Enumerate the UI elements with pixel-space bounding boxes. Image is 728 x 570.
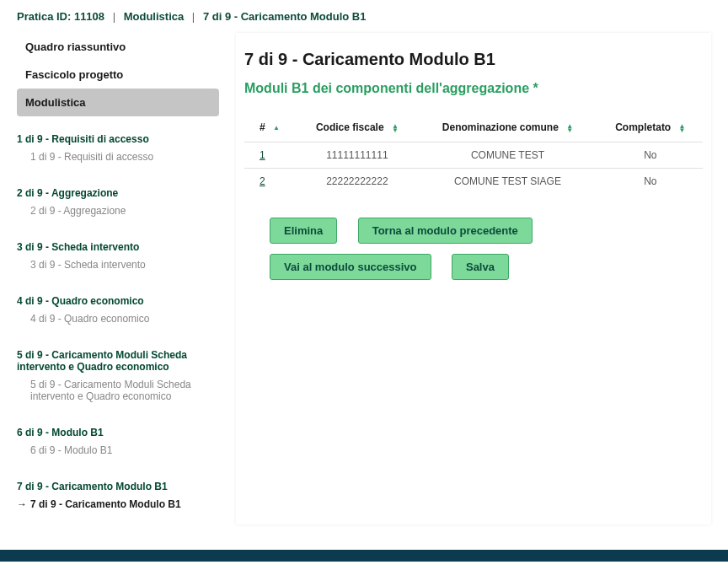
row-compl: No [598, 142, 703, 169]
sidebar-step-7[interactable]: 7 di 9 - Caricamento Modulo B1 [17, 474, 219, 494]
sidebar: Quadro riassuntivo Fascicolo progetto Mo… [17, 33, 219, 524]
table-row: 1 11111111111 COMUNE TEST No [244, 142, 703, 169]
sidebar-step-2[interactable]: 2 di 9 - Aggregazione [17, 180, 219, 201]
col-header-num[interactable]: # ▲▼ [244, 113, 297, 142]
sidebar-substep-5[interactable]: 5 di 9 - Caricamento Moduli Scheda inter… [17, 374, 219, 406]
row-link[interactable]: 2 [260, 175, 265, 187]
breadcrumb-pratica: Pratica ID: 11108 [17, 10, 104, 23]
breadcrumb-separator: | [192, 10, 195, 23]
row-denom: COMUNE TEST SIAGE [417, 169, 597, 195]
successivo-button[interactable]: Vai al modulo successivo [270, 254, 431, 280]
moduli-table: # ▲▼ Codice fiscale ▲▼ Denominazione com… [244, 113, 703, 194]
sidebar-substep-1[interactable]: 1 di 9 - Requisiti di accesso [17, 147, 219, 167]
page-title: 7 di 9 - Caricamento Modulo B1 [244, 50, 703, 69]
sidebar-substep-3[interactable]: 3 di 9 - Scheda intervento [17, 255, 219, 275]
col-header-denom[interactable]: Denominazione comune ▲▼ [417, 113, 597, 142]
col-header-cf[interactable]: Codice fiscale ▲▼ [297, 113, 418, 142]
sidebar-step-4[interactable]: 4 di 9 - Quadro economico [17, 288, 219, 309]
sidebar-step-5[interactable]: 5 di 9 - Caricamento Moduli Scheda inter… [17, 342, 219, 374]
sidebar-substep-4[interactable]: 4 di 9 - Quadro economico [17, 309, 219, 329]
main-panel: 7 di 9 - Caricamento Modulo B1 Moduli B1… [236, 33, 711, 524]
sidebar-substep-2[interactable]: 2 di 9 - Aggregazione [17, 201, 219, 221]
sort-icon: ▲▼ [392, 124, 399, 132]
salva-button[interactable]: Salva [452, 254, 509, 280]
row-compl: No [598, 169, 703, 195]
sidebar-step-6[interactable]: 6 di 9 - Modulo B1 [17, 420, 219, 440]
sort-icon: ▲▼ [679, 124, 686, 132]
sidebar-step-1[interactable]: 1 di 9 - Requisiti di accesso [17, 126, 219, 147]
sidebar-item-quadro[interactable]: Quadro riassuntivo [17, 33, 219, 61]
page-subtitle: Moduli B1 dei componenti dell'aggregazio… [244, 81, 703, 96]
precedente-button[interactable]: Torna al modulo precedente [358, 218, 533, 244]
button-bar: Elimina Torna al modulo precedente Vai a… [244, 218, 703, 280]
sort-icon: ▲▼ [566, 124, 573, 132]
breadcrumb: Pratica ID: 11108 | Modulistica | 7 di 9… [0, 0, 728, 33]
elimina-button[interactable]: Elimina [270, 218, 337, 244]
sidebar-substep-7[interactable]: 7 di 9 - Caricamento Modulo B1 [17, 494, 219, 514]
breadcrumb-modulistica[interactable]: Modulistica [124, 10, 185, 23]
row-cf: 22222222222 [297, 169, 418, 195]
breadcrumb-separator: | [113, 10, 115, 23]
breadcrumb-step: 7 di 9 - Caricamento Modulo B1 [203, 10, 367, 23]
sort-icon: ▲▼ [273, 126, 280, 130]
row-link[interactable]: 1 [260, 149, 265, 161]
footer-bar [0, 550, 728, 562]
sidebar-step-3[interactable]: 3 di 9 - Scheda intervento [17, 234, 219, 255]
row-cf: 11111111111 [297, 142, 418, 169]
sidebar-item-fascicolo[interactable]: Fascicolo progetto [17, 61, 219, 89]
table-row: 2 22222222222 COMUNE TEST SIAGE No [244, 169, 703, 195]
row-denom: COMUNE TEST [417, 142, 597, 169]
sidebar-steps: 1 di 9 - Requisiti di accesso 1 di 9 - R… [17, 116, 219, 524]
sidebar-item-modulistica[interactable]: Modulistica [17, 89, 219, 116]
col-header-compl[interactable]: Completato ▲▼ [598, 113, 703, 142]
sidebar-substep-6[interactable]: 6 di 9 - Modulo B1 [17, 440, 219, 460]
